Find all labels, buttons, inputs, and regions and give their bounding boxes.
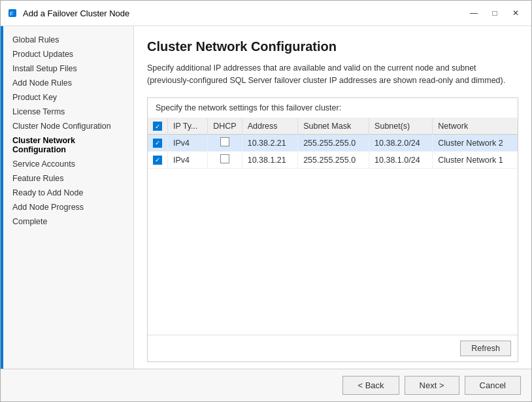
window-controls: — □ ✕	[465, 6, 525, 20]
main-window: F Add a Failover Cluster Node — □ ✕ Glob…	[0, 0, 532, 402]
maximize-button[interactable]: □	[486, 6, 504, 20]
header-checkbox[interactable]	[153, 122, 162, 131]
row-2-dhcp-cell	[208, 152, 242, 169]
row-1-check-cell	[148, 135, 168, 152]
back-button[interactable]: < Back	[342, 376, 399, 395]
sidebar-item-complete[interactable]: Complete	[3, 214, 133, 229]
content-area: Global Rules Product Updates Install Set…	[1, 26, 531, 369]
col-header-dhcp: DHCP	[208, 118, 242, 135]
network-panel: Specify the network settings for this fa…	[147, 97, 518, 363]
sidebar-item-install-setup-files[interactable]: Install Setup Files	[3, 61, 133, 76]
row-1-ip-type: IPv4	[168, 135, 208, 152]
row-1-network: Cluster Network 2	[433, 135, 518, 152]
refresh-area: Refresh	[148, 335, 518, 361]
row-1-subnets: 10.38.2.0/24	[369, 135, 433, 152]
sidebar-item-global-rules[interactable]: Global Rules	[3, 33, 133, 47]
table-row[interactable]: IPv4 10.38.2.21 255.255.255.0 10.38.2.0/…	[148, 135, 518, 152]
row-2-dhcp-checkbox[interactable]	[220, 154, 229, 163]
sidebar-item-add-node-progress[interactable]: Add Node Progress	[3, 200, 133, 214]
col-header-subnet-mask: Subnet Mask	[298, 118, 369, 135]
table-header-row: IP Ty... DHCP Address Subnet Mask	[148, 118, 518, 135]
next-button[interactable]: Next >	[405, 376, 459, 395]
col-header-network: Network	[433, 118, 518, 135]
network-label: Specify the network settings for this fa…	[148, 98, 518, 118]
footer: < Back Next > Cancel	[1, 369, 531, 401]
row-2-subnet-mask: 255.255.255.0	[298, 152, 369, 169]
row-2-network: Cluster Network 1	[433, 152, 518, 169]
row-1-dhcp-checkbox[interactable]	[220, 137, 229, 146]
row-2-address: 10.38.1.21	[242, 152, 297, 169]
title-bar-left: F Add a Failover Cluster Node	[7, 8, 129, 18]
window-title: Add a Failover Cluster Node	[23, 8, 129, 18]
sidebar-item-cluster-network-config[interactable]: Cluster Network Configuration	[3, 133, 133, 157]
sidebar-item-product-key[interactable]: Product Key	[3, 90, 133, 105]
row-1-dhcp-cell	[208, 135, 242, 152]
sidebar-item-cluster-node-config[interactable]: Cluster Node Configuration	[3, 119, 133, 133]
sidebar-item-license-terms[interactable]: License Terms	[3, 105, 133, 119]
row-2-subnets: 10.38.1.0/24	[369, 152, 433, 169]
row-2-ip-type: IPv4	[168, 152, 208, 169]
row-1-checkbox[interactable]	[153, 139, 162, 148]
col-header-address: Address	[242, 118, 297, 135]
row-2-checkbox[interactable]	[153, 156, 162, 165]
description: Specify additional IP addresses that are…	[147, 62, 513, 87]
app-icon: F	[7, 8, 18, 18]
col-header-check	[148, 118, 168, 135]
svg-text:F: F	[10, 10, 14, 17]
close-button[interactable]: ✕	[507, 6, 525, 20]
row-1-subnet-mask: 255.255.255.0	[298, 135, 369, 152]
main-panel: Cluster Network Configuration Specify ad…	[134, 26, 531, 369]
network-table: IP Ty... DHCP Address Subnet Mask	[148, 118, 518, 169]
sidebar-item-service-accounts[interactable]: Service Accounts	[3, 157, 133, 171]
sidebar-item-add-node-rules[interactable]: Add Node Rules	[3, 76, 133, 90]
row-1-address: 10.38.2.21	[242, 135, 297, 152]
refresh-button[interactable]: Refresh	[460, 341, 511, 356]
sidebar-item-ready-to-add-node[interactable]: Ready to Add Node	[3, 186, 133, 200]
page-title: Cluster Network Configuration	[147, 39, 518, 54]
sidebar-item-product-updates[interactable]: Product Updates	[3, 47, 133, 61]
network-table-wrapper: IP Ty... DHCP Address Subnet Mask	[148, 118, 518, 335]
col-header-ip-type: IP Ty...	[168, 118, 208, 135]
table-row[interactable]: IPv4 10.38.1.21 255.255.255.0 10.38.1.0/…	[148, 152, 518, 169]
col-header-subnets: Subnet(s)	[369, 118, 433, 135]
sidebar-item-feature-rules[interactable]: Feature Rules	[3, 171, 133, 186]
sidebar: Global Rules Product Updates Install Set…	[3, 26, 134, 369]
title-bar: F Add a Failover Cluster Node — □ ✕	[1, 1, 531, 26]
minimize-button[interactable]: —	[465, 6, 483, 20]
row-2-check-cell	[148, 152, 168, 169]
cancel-button[interactable]: Cancel	[465, 376, 521, 395]
